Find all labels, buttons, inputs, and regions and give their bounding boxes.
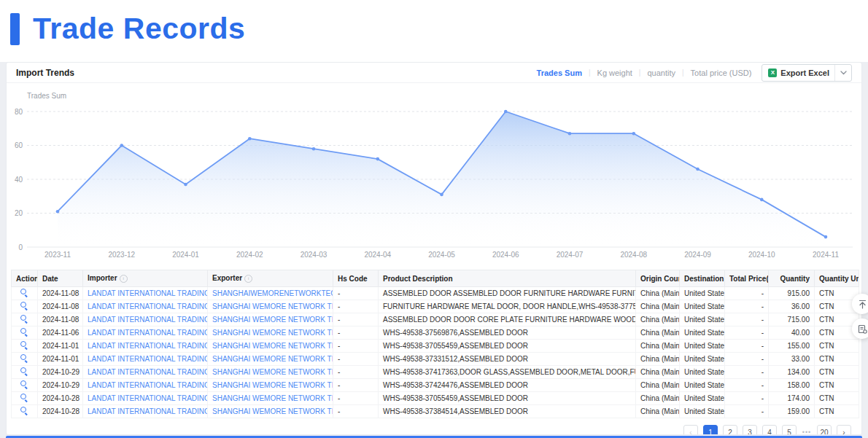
cell-quantity-unit: CTN bbox=[815, 340, 859, 353]
search-icon[interactable] bbox=[20, 302, 28, 310]
svg-text:80: 80 bbox=[15, 108, 23, 116]
cell-origin-country: China (Mainla... bbox=[636, 326, 680, 340]
cell-date: 2024-10-29 bbox=[38, 366, 83, 379]
pagination-page-4[interactable]: 4 bbox=[762, 425, 777, 435]
export-excel-button[interactable]: X Export Excel bbox=[762, 64, 852, 82]
search-icon[interactable] bbox=[20, 328, 28, 336]
importer-link[interactable]: LANDAT INTERNATIONAL TRADING bbox=[88, 342, 208, 350]
report-form-icon bbox=[858, 324, 867, 334]
pagination-page-1[interactable]: 1 bbox=[703, 425, 718, 435]
importer-link[interactable]: LANDAT INTERNATIONAL TRADING bbox=[88, 302, 208, 310]
cell-date: 2024-11-01 bbox=[38, 340, 83, 353]
importer-link[interactable]: LANDAT INTERNATIONAL TRADING bbox=[88, 329, 208, 337]
exporter-link[interactable]: SHANGHAI WEMORE NETWORK TECHNOLOGY bbox=[212, 355, 333, 363]
tab-trades-sum[interactable]: Trades Sum bbox=[537, 69, 582, 77]
card-header-right: Trades Sum|Kg weight|quantity|Total pric… bbox=[537, 64, 852, 82]
search-icon[interactable] bbox=[20, 315, 28, 323]
svg-text:2023-12: 2023-12 bbox=[108, 251, 135, 259]
cell-total-price: - bbox=[725, 353, 769, 366]
exporter-link[interactable]: SHANGHAIWEMORENETWORKTECHNOLOGY bbox=[212, 289, 333, 297]
svg-text:2024-06: 2024-06 bbox=[492, 251, 519, 259]
tab-quantity[interactable]: quantity bbox=[647, 69, 675, 77]
cell-exporter: SHANGHAI WEMORE NETWORK TECHNOLOGY bbox=[208, 379, 333, 392]
exporter-link[interactable]: SHANGHAI WEMORE NETWORK TECHNOLOGY bbox=[212, 407, 333, 415]
search-icon[interactable] bbox=[20, 407, 28, 415]
pagination-page-5[interactable]: 5 bbox=[782, 425, 797, 435]
cell-date: 2024-11-08 bbox=[38, 287, 83, 300]
search-icon[interactable] bbox=[20, 354, 28, 362]
pagination-page-2[interactable]: 2 bbox=[723, 425, 737, 435]
table-row: 2024-11-08LANDAT INTERNATIONAL TRADINGSH… bbox=[12, 313, 859, 326]
importer-link[interactable]: LANDAT INTERNATIONAL TRADING bbox=[88, 289, 208, 297]
importer-link[interactable]: LANDAT INTERNATIONAL TRADING bbox=[88, 407, 208, 415]
cell-hs-code: - bbox=[333, 313, 379, 326]
cell-exporter: SHANGHAIWEMORENETWORKTECHNOLOGY bbox=[208, 287, 333, 300]
cell-destination-country: United States bbox=[680, 340, 725, 353]
tab-kg-weight[interactable]: Kg weight bbox=[597, 69, 632, 77]
pagination-next-button[interactable]: › bbox=[837, 425, 851, 435]
column-label: Total Price(U... bbox=[729, 275, 769, 283]
cell-total-price: - bbox=[725, 379, 769, 392]
exporter-link[interactable]: SHANGHAI WEMORE NETWORK TECHNOLOGY bbox=[212, 342, 333, 350]
cell-product-description: WHS-49538-37569876,ASSEMBLED DOOR bbox=[379, 326, 636, 340]
column-label: Quantity bbox=[780, 275, 810, 283]
page-header: Trade Records bbox=[0, 0, 868, 62]
svg-text:2024-03: 2024-03 bbox=[301, 251, 328, 259]
search-icon[interactable] bbox=[20, 341, 28, 349]
search-icon[interactable] bbox=[20, 367, 28, 375]
table-row: 2024-10-28LANDAT INTERNATIONAL TRADINGSH… bbox=[12, 392, 859, 405]
exporter-link[interactable]: SHANGHAI WEMORE NETWORK TECHNOLOGY bbox=[212, 302, 333, 310]
cell-destination-country: United States bbox=[680, 326, 725, 340]
table-row: 2024-11-08LANDAT INTERNATIONAL TRADINGSH… bbox=[12, 287, 859, 300]
report-form-button[interactable] bbox=[852, 318, 868, 339]
search-icon[interactable] bbox=[20, 380, 28, 388]
info-icon[interactable]: i bbox=[244, 275, 252, 283]
column-label: Origin Country bbox=[640, 275, 680, 283]
cell-hs-code: - bbox=[333, 405, 379, 418]
search-icon[interactable] bbox=[20, 394, 28, 402]
cell-quantity: 134.00 bbox=[769, 366, 815, 379]
table-row: 2024-10-28LANDAT INTERNATIONAL TRADINGSH… bbox=[12, 405, 859, 418]
importer-link[interactable]: LANDAT INTERNATIONAL TRADING bbox=[88, 316, 208, 324]
cell-origin-country: China (Mainla... bbox=[636, 379, 680, 392]
column-header-importer: Importeri bbox=[83, 270, 208, 287]
pagination-page-20[interactable]: 20 bbox=[817, 425, 832, 435]
importer-link[interactable]: LANDAT INTERNATIONAL TRADING bbox=[88, 381, 208, 389]
trade-records-table: ActionDateImporteriExporteriHs CodeProdu… bbox=[11, 270, 859, 418]
table-row: 2024-11-01LANDAT INTERNATIONAL TRADINGSH… bbox=[12, 340, 859, 353]
cell-destination-country: United States bbox=[680, 405, 725, 418]
exporter-link[interactable]: SHANGHAI WEMORE NETWORK TECHNOLOGY bbox=[212, 368, 333, 376]
cell-hs-code: - bbox=[333, 326, 379, 340]
cell-importer: LANDAT INTERNATIONAL TRADING bbox=[83, 313, 208, 326]
info-icon[interactable]: i bbox=[120, 275, 128, 283]
cell-hs-code: - bbox=[333, 392, 379, 405]
pagination-prev-button[interactable]: ‹ bbox=[683, 425, 698, 435]
column-label: Exporter bbox=[212, 274, 242, 282]
tab-total-price-usd-[interactable]: Total price (USD) bbox=[691, 69, 752, 77]
cell-product-description: WHS-49538-37417363,DOOR GLASS,ASSEMBLED … bbox=[379, 366, 636, 379]
pagination-page-3[interactable]: 3 bbox=[743, 425, 757, 435]
cell-date: 2024-10-28 bbox=[38, 392, 83, 405]
importer-link[interactable]: LANDAT INTERNATIONAL TRADING bbox=[88, 355, 208, 363]
cell-exporter: SHANGHAI WEMORE NETWORK TECHNOLOGY bbox=[208, 300, 333, 313]
cell-exporter: SHANGHAI WEMORE NETWORK TECHNOLOGY bbox=[208, 405, 333, 418]
cell-date: 2024-10-28 bbox=[38, 405, 83, 418]
svg-text:2024-10: 2024-10 bbox=[748, 251, 775, 259]
svg-text:2024-07: 2024-07 bbox=[557, 251, 584, 259]
cell-total-price: - bbox=[725, 313, 769, 326]
exporter-link[interactable]: SHANGHAI WEMORE NETWORK TECHNOLOGY bbox=[212, 381, 333, 389]
chevron-down-icon[interactable] bbox=[834, 65, 851, 81]
exporter-link[interactable]: SHANGHAI WEMORE NETWORK TECHNOLOGY bbox=[212, 316, 333, 324]
table-body: 2024-11-08LANDAT INTERNATIONAL TRADINGSH… bbox=[12, 287, 859, 418]
cell-product-description: ASSEMBLED DOOR ASSEMBLED DOOR FURNITURE … bbox=[379, 287, 636, 300]
cell-destination-country: United States bbox=[680, 392, 725, 405]
importer-link[interactable]: LANDAT INTERNATIONAL TRADING bbox=[88, 394, 208, 402]
search-icon[interactable] bbox=[20, 289, 28, 297]
exporter-link[interactable]: SHANGHAI WEMORE NETWORK TECHNOLOGY bbox=[212, 329, 333, 337]
cell-action bbox=[12, 313, 38, 326]
cell-importer: LANDAT INTERNATIONAL TRADING bbox=[83, 287, 208, 300]
importer-link[interactable]: LANDAT INTERNATIONAL TRADING bbox=[88, 368, 208, 376]
exporter-link[interactable]: SHANGHAI WEMORE NETWORK TECHNOLOGY bbox=[212, 394, 333, 402]
column-label: Action bbox=[16, 275, 38, 283]
back-to-top-button[interactable] bbox=[852, 294, 868, 314]
